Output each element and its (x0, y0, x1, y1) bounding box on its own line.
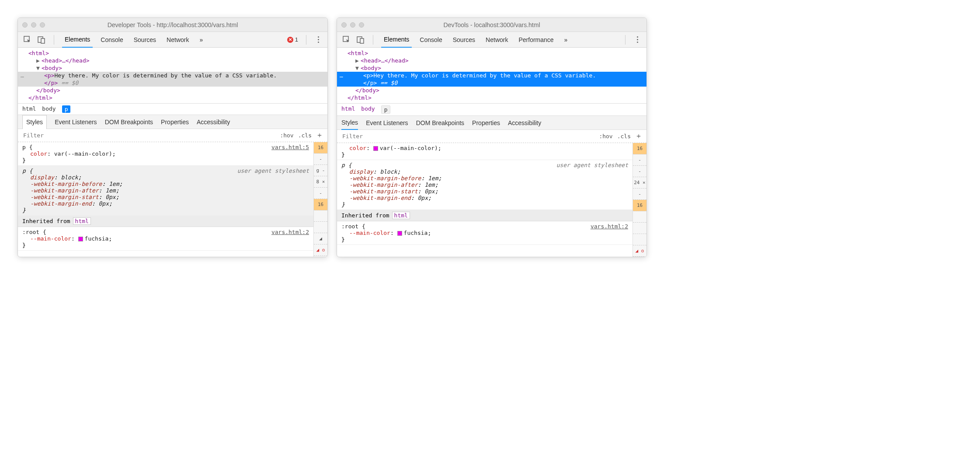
dom-tree[interactable]: <html> ▶<head>…</head> ▼<body> … <p>Hey … (337, 48, 646, 103)
sidebar-cell[interactable]: - (633, 189, 646, 200)
subtab-properties[interactable]: Properties (472, 116, 500, 130)
css-rule[interactable]: vars.html:5 p { color: var(--main-color)… (18, 142, 313, 166)
styles-pane[interactable]: color: var(--main-color); } user agent s… (337, 143, 632, 257)
title-bar[interactable]: DevTools - localhost:3000/vars.html (337, 18, 646, 32)
tabs-overflow-icon[interactable]: » (562, 32, 570, 48)
tabs-overflow-icon[interactable]: » (197, 32, 205, 48)
source-link[interactable]: vars.html:2 (271, 229, 309, 235)
device-toggle-icon[interactable] (37, 35, 46, 44)
filter-input[interactable] (22, 132, 275, 139)
sidebar-cell[interactable] (314, 210, 327, 222)
subtab-styles[interactable]: Styles (22, 115, 47, 129)
css-property[interactable]: color (349, 145, 366, 151)
css-value[interactable]: fuchsia (85, 235, 109, 242)
color-swatch-icon[interactable] (78, 237, 83, 241)
source-link[interactable]: vars.html:2 (591, 223, 628, 230)
crumb-p[interactable]: p (381, 105, 391, 114)
css-selector[interactable]: :root { (341, 223, 628, 230)
sidebar-cell[interactable]: 16 (633, 200, 646, 211)
sidebar-cell[interactable]: 16 (633, 143, 646, 154)
title-bar[interactable]: Developer Tools - http://localhost:3000/… (18, 18, 327, 32)
tab-console[interactable]: Console (98, 32, 125, 48)
styles-pane[interactable]: vars.html:5 p { color: var(--main-color)… (18, 142, 313, 257)
crumb-html[interactable]: html (341, 105, 355, 114)
collapse-icon[interactable]: ▼ (355, 65, 361, 71)
sidebar-cell[interactable] (633, 234, 646, 245)
css-value[interactable]: var(--main-color) (380, 145, 438, 151)
cls-toggle[interactable]: .cls (298, 132, 312, 139)
sidebar-cell[interactable]: ◢ o (314, 244, 327, 256)
dom-tag[interactable]: </body> (355, 87, 379, 94)
hov-toggle[interactable]: :hov (599, 133, 612, 140)
metrics-sidebar[interactable]: 16-g -8 × -16◢◢ o (313, 142, 327, 257)
metrics-sidebar[interactable]: 16--24 ×-16◢ o (632, 143, 646, 257)
tab-network[interactable]: Network (483, 32, 511, 48)
subtab-event-listeners[interactable]: Event Listeners (55, 115, 97, 129)
device-toggle-icon[interactable] (356, 35, 365, 44)
css-value[interactable]: fuchsia (404, 230, 428, 236)
sidebar-cell[interactable]: 24 × (633, 177, 646, 189)
sidebar-cell[interactable]: 8 × (314, 176, 327, 188)
subtab-dom-breakpoints[interactable]: DOM Breakpoints (416, 116, 464, 130)
sidebar-cell[interactable]: ◢ o (633, 245, 646, 257)
collapse-icon[interactable]: ▼ (36, 65, 42, 71)
dom-tag[interactable]: <head>…</head> (361, 57, 409, 64)
color-swatch-icon[interactable] (373, 146, 378, 151)
sidebar-cell[interactable]: - (314, 188, 327, 199)
css-rule[interactable]: vars.html:2 :root { --main-color: fuchsi… (337, 221, 632, 245)
css-rule[interactable]: color: var(--main-color); } (337, 143, 632, 160)
sidebar-cell[interactable]: - (633, 166, 646, 177)
error-badge[interactable]: ✕ 1 (287, 36, 298, 43)
kebab-menu-icon[interactable] (633, 36, 641, 43)
hov-toggle[interactable]: :hov (280, 132, 293, 139)
sidebar-cell[interactable]: - (314, 154, 327, 165)
sidebar-cell[interactable]: ◢ (314, 233, 327, 244)
dom-tag[interactable]: <body> (361, 65, 381, 71)
sidebar-cell[interactable]: g - (314, 165, 327, 176)
subtab-properties[interactable]: Properties (161, 115, 189, 129)
crumb-body[interactable]: body (361, 105, 375, 114)
tab-console[interactable]: Console (417, 32, 445, 48)
source-link[interactable]: vars.html:5 (271, 144, 309, 150)
dom-selected-node[interactable]: … <p>Hey there. My color is determined b… (18, 72, 327, 79)
crumb-html[interactable]: html (22, 105, 36, 113)
css-selector[interactable]: :root { (22, 229, 309, 235)
inherited-tag[interactable]: html (392, 212, 410, 219)
tab-sources[interactable]: Sources (131, 32, 159, 48)
subtab-styles[interactable]: Styles (341, 116, 358, 130)
sidebar-cell[interactable]: 16 (314, 199, 327, 210)
expand-icon[interactable]: ▶ (36, 57, 42, 64)
dom-tag[interactable]: <html> (348, 50, 368, 56)
crumb-p[interactable]: p (62, 105, 71, 113)
cls-toggle[interactable]: .cls (617, 133, 631, 140)
expand-icon[interactable]: ▶ (355, 57, 361, 64)
sidebar-cell[interactable]: - (633, 154, 646, 166)
sidebar-cell[interactable] (314, 222, 327, 233)
tab-elements[interactable]: Elements (381, 32, 412, 48)
dom-tag[interactable]: </body> (36, 87, 60, 94)
subtab-accessibility[interactable]: Accessibility (197, 115, 230, 129)
dom-tag[interactable]: </html> (28, 94, 52, 101)
dom-tree[interactable]: <html> ▶<head>…</head> ▼<body> … <p>Hey … (18, 48, 327, 103)
new-rule-icon[interactable]: ＋ (635, 132, 642, 141)
tab-network[interactable]: Network (164, 32, 191, 48)
dom-tag[interactable]: <body> (42, 65, 62, 71)
css-rule[interactable]: vars.html:2 :root { --main-color: fuchsi… (18, 227, 313, 251)
css-selector[interactable]: p { (22, 144, 309, 150)
filter-input[interactable] (341, 133, 594, 140)
tab-elements[interactable]: Elements (62, 32, 93, 48)
css-property[interactable]: --main-color (349, 230, 390, 236)
dom-selected-node[interactable]: … <p>Hey there. My color is determined b… (337, 72, 646, 79)
new-rule-icon[interactable]: ＋ (316, 131, 323, 140)
inspect-icon[interactable] (342, 35, 351, 44)
sidebar-cell[interactable]: 16 (314, 142, 327, 154)
css-value[interactable]: var(--main-color) (54, 150, 112, 157)
inherited-tag[interactable]: html (73, 217, 91, 225)
css-property[interactable]: --main-color (30, 235, 71, 242)
subtab-accessibility[interactable]: Accessibility (508, 116, 541, 130)
subtab-event-listeners[interactable]: Event Listeners (366, 116, 408, 130)
subtab-dom-breakpoints[interactable]: DOM Breakpoints (105, 115, 153, 129)
inspect-icon[interactable] (23, 35, 32, 44)
css-property[interactable]: color (30, 150, 47, 157)
sidebar-cell[interactable] (633, 211, 646, 223)
